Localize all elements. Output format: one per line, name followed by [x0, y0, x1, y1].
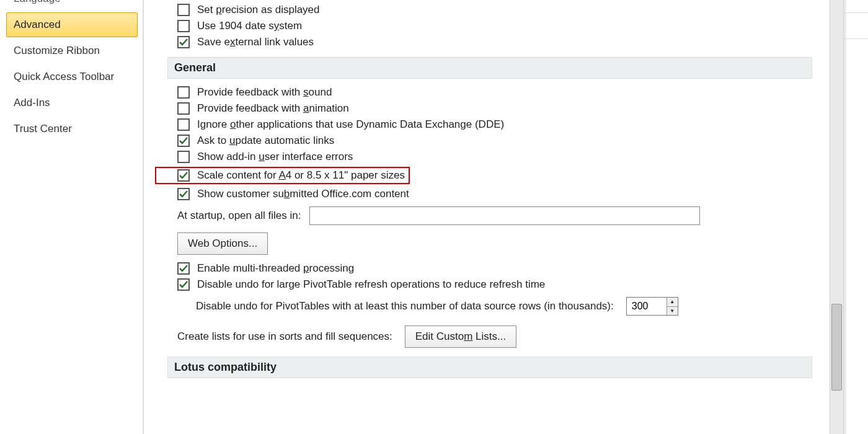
option-set-precision[interactable]: Set precision as displayed [167, 4, 812, 16]
option-1904-date[interactable]: Use 1904 date system [167, 20, 812, 32]
checkbox-show-officecom-content[interactable] [177, 188, 190, 200]
custom-lists-row: Create lists for use in sorts and fill s… [167, 326, 812, 348]
startup-files-row: At startup, open all files in: [167, 206, 812, 225]
sidebar-item-language[interactable]: Language [6, 0, 138, 11]
main-wrapper: Set precision as displayed Use 1904 date… [144, 0, 843, 434]
option-external-link-values[interactable]: Save external link values [167, 36, 812, 48]
option-multithreaded[interactable]: Enable multi-threaded processing [167, 262, 812, 275]
background-spreadsheet-sliver [843, 0, 868, 434]
options-main-panel: Set precision as displayed Use 1904 date… [144, 0, 830, 434]
option-label: Disable undo for large PivotTable refres… [197, 278, 545, 291]
option-show-addin-errors[interactable]: Show add-in user interface errors [167, 151, 812, 163]
option-feedback-sound[interactable]: Provide feedback with sound [167, 86, 812, 99]
option-label: Scale content for A4 or 8.5 x 11" paper … [197, 169, 405, 182]
undo-threshold-input[interactable] [627, 298, 666, 315]
sidebar-item-add-ins[interactable]: Add-Ins [6, 91, 138, 115]
sidebar-item-trust-center[interactable]: Trust Center [6, 117, 138, 141]
web-options-button[interactable]: Web Options... [177, 232, 268, 255]
checkbox-ask-update-links[interactable] [177, 135, 190, 147]
option-label: Provide feedback with animation [197, 102, 349, 115]
option-label: Ignore other applications that use Dynam… [197, 118, 504, 131]
checkbox-external-link-values[interactable] [177, 36, 190, 48]
scrollbar-thumb[interactable] [831, 304, 842, 391]
scrollbar-vertical[interactable] [830, 0, 843, 434]
startup-files-input[interactable] [309, 206, 700, 225]
undo-threshold-spinner[interactable]: ▲ ▼ [626, 297, 678, 316]
option-scale-a4[interactable]: Scale content for A4 or 8.5 x 11" paper … [156, 169, 405, 182]
sidebar-item-quick-access-toolbar[interactable]: Quick Access Toolbar [6, 64, 138, 89]
checkbox-show-addin-errors[interactable] [177, 151, 190, 163]
option-show-officecom-content[interactable]: Show customer submitted Office.com conte… [167, 188, 812, 200]
section-header-lotus: Lotus compatibility [167, 356, 812, 378]
checkbox-ignore-dde[interactable] [177, 118, 190, 131]
spinner-arrows: ▲ ▼ [666, 298, 678, 315]
spinner-down-icon[interactable]: ▼ [667, 307, 678, 316]
checkbox-feedback-sound[interactable] [177, 86, 190, 99]
option-disable-undo-pivottable[interactable]: Disable undo for large PivotTable refres… [167, 278, 812, 291]
option-label: Provide feedback with sound [197, 86, 332, 99]
checkbox-set-precision[interactable] [177, 4, 190, 16]
startup-files-label: At startup, open all files in: [177, 210, 301, 222]
spinner-up-icon[interactable]: ▲ [667, 298, 678, 307]
option-label: Ask to update automatic links [197, 135, 334, 147]
options-sidebar: Language Advanced Customize Ribbon Quick… [0, 0, 144, 434]
option-label: Save external link values [197, 36, 314, 48]
highlighted-option-scale-a4: Scale content for A4 or 8.5 x 11" paper … [155, 167, 410, 184]
checkbox-1904-date[interactable] [177, 20, 190, 32]
option-feedback-animation[interactable]: Provide feedback with animation [167, 102, 812, 115]
checkbox-multithreaded[interactable] [177, 262, 190, 275]
checkbox-feedback-animation[interactable] [177, 102, 190, 115]
undo-threshold-label: Disable undo for PivotTables with at lea… [196, 300, 614, 312]
option-label: Use 1904 date system [197, 20, 302, 32]
checkbox-scale-a4[interactable] [177, 169, 190, 182]
option-label: Show add-in user interface errors [197, 151, 353, 163]
option-label: Set precision as displayed [197, 4, 320, 16]
sidebar-item-customize-ribbon[interactable]: Customize Ribbon [6, 38, 138, 63]
edit-custom-lists-button[interactable]: Edit Custom Lists... [405, 326, 516, 348]
option-label: Show customer submitted Office.com conte… [197, 188, 409, 200]
sidebar-item-advanced[interactable]: Advanced [6, 12, 138, 37]
custom-lists-label: Create lists for use in sorts and fill s… [177, 330, 392, 343]
section-header-general: General [167, 57, 812, 79]
undo-threshold-row: Disable undo for PivotTables with at lea… [167, 297, 812, 316]
option-ignore-dde[interactable]: Ignore other applications that use Dynam… [167, 118, 812, 131]
checkbox-disable-undo-pivottable[interactable] [177, 278, 190, 291]
option-label: Enable multi-threaded processing [197, 262, 354, 275]
option-ask-update-links[interactable]: Ask to update automatic links [167, 135, 812, 147]
